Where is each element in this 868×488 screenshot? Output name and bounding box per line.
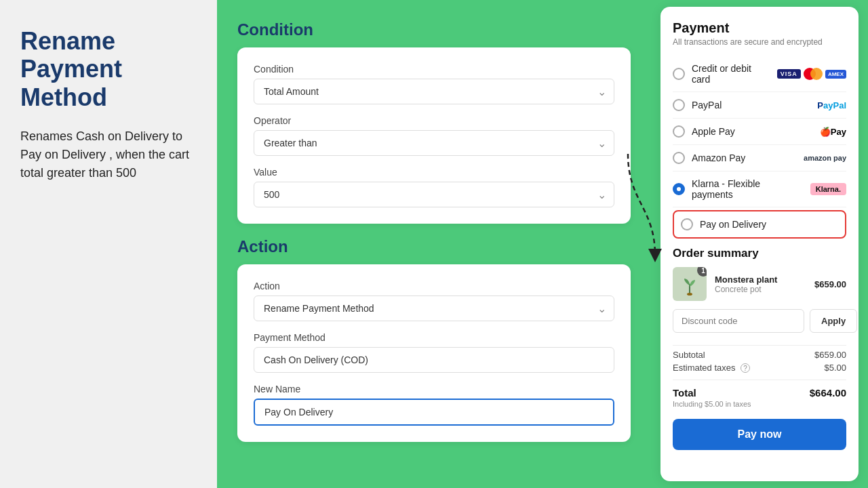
apple-pay-icon: 🍎Pay — [820, 127, 846, 137]
pod-label: Pay on Delivery — [700, 219, 838, 230]
product-name: Monstera plant — [715, 274, 806, 285]
payment-subtitle: All transactions are secure and encrypte… — [673, 37, 846, 47]
radio-credit — [673, 68, 685, 80]
dashed-arrow — [621, 147, 662, 269]
apple-pay-logo: 🍎Pay — [820, 127, 846, 137]
payment-method-field-group: Payment Method — [254, 332, 614, 373]
payment-method-input[interactable] — [254, 347, 614, 373]
page-heading: Rename Payment Method — [20, 27, 197, 111]
middle-inner: Condition Condition Total Amount Operato… — [237, 20, 631, 468]
paypal-logo: PayPal — [817, 100, 846, 110]
svg-point-1 — [687, 293, 692, 296]
payment-title: Payment — [673, 20, 846, 36]
condition-select[interactable]: Total Amount — [254, 79, 614, 104]
credit-logos: VISA AMEX — [777, 68, 846, 80]
taxes-line: Estimated taxes ? $5.00 — [673, 363, 846, 373]
new-name-input[interactable] — [254, 399, 614, 426]
subtotal-value: $659.00 — [814, 350, 846, 360]
action-title: Action — [237, 237, 631, 256]
value-select[interactable]: 500 — [254, 182, 614, 207]
action-select-wrapper: Rename Payment Method — [254, 296, 614, 321]
plant-icon — [677, 272, 702, 296]
visa-icon: VISA — [777, 69, 801, 79]
condition-section: Condition Condition Total Amount Operato… — [237, 20, 631, 224]
tax-note: Including $5.00 in taxes — [673, 400, 846, 408]
payment-option-paypal[interactable]: PayPal PayPal — [673, 92, 846, 119]
condition-field-group: Condition Total Amount — [254, 64, 614, 104]
total-label: Total — [673, 387, 696, 399]
payment-option-pod[interactable]: Pay on Delivery — [673, 210, 846, 239]
apple-label: Apple Pay — [692, 126, 813, 137]
operator-field-group: Operator Greater than — [254, 115, 614, 156]
new-name-field-group: New Name — [254, 384, 614, 426]
left-panel: Rename Payment Method Renames Cash on De… — [0, 0, 217, 488]
discount-input[interactable] — [673, 309, 804, 333]
action-card: Action Rename Payment Method Payment Met… — [237, 264, 631, 442]
condition-title: Condition — [237, 20, 631, 39]
radio-klarna — [673, 183, 685, 195]
operator-select[interactable]: Greater than — [254, 130, 614, 156]
payment-option-credit[interactable]: Credit or debit card VISA AMEX — [673, 56, 846, 92]
radio-paypal — [673, 99, 685, 111]
value-field-group: Value 500 — [254, 167, 614, 207]
action-label: Action — [254, 281, 614, 291]
payment-option-amazon[interactable]: Amazon Pay amazon pay — [673, 145, 846, 171]
middle-panel: Condition Condition Total Amount Operato… — [217, 0, 651, 488]
condition-select-wrapper: Total Amount — [254, 79, 614, 104]
total-value: $664.00 — [810, 387, 846, 399]
action-select[interactable]: Rename Payment Method — [254, 296, 614, 321]
action-section: Action Action Rename Payment Method Paym… — [237, 237, 631, 442]
subtotal-line: Subtotal $659.00 — [673, 350, 846, 360]
taxes-label: Estimated taxes ? — [673, 363, 750, 373]
klarna-label: Klarna - Flexible payments — [692, 178, 804, 200]
taxes-info-icon: ? — [741, 363, 750, 373]
condition-card: Condition Total Amount Operator Greater … — [237, 47, 631, 224]
product-image: 1 — [673, 267, 707, 301]
klarna-logo: Klarna. — [810, 183, 846, 195]
operator-label: Operator — [254, 115, 614, 126]
payment-option-klarna[interactable]: Klarna - Flexible payments Klarna. — [673, 171, 846, 207]
payment-option-apple[interactable]: Apple Pay 🍎Pay — [673, 119, 846, 145]
total-line: Total $664.00 — [673, 387, 846, 399]
product-info: Monstera plant Concrete pot — [715, 274, 806, 294]
product-row: 1 Monstera plant Concrete pot $659.00 — [673, 267, 846, 301]
condition-label: Condition — [254, 64, 614, 75]
amazon-pay-logo: amazon pay — [804, 154, 846, 162]
apply-button[interactable]: Apply — [810, 309, 857, 333]
taxes-value: $5.00 — [824, 363, 846, 373]
paypal-logo-icon: PayPal — [817, 100, 846, 110]
value-label: Value — [254, 167, 614, 178]
amex-icon: AMEX — [825, 70, 846, 79]
value-select-wrapper: 500 — [254, 182, 614, 207]
radio-apple — [673, 125, 685, 138]
credit-label: Credit or debit card — [692, 63, 770, 85]
amazon-pay-icon: amazon pay — [804, 154, 846, 162]
paypal-label: PayPal — [692, 100, 810, 110]
mastercard-icon — [804, 68, 823, 80]
divider-1 — [673, 345, 846, 346]
radio-pod — [681, 218, 693, 230]
page-description: Renames Cash on Delivery to Pay on Deliv… — [20, 127, 197, 182]
amazon-label: Amazon Pay — [692, 152, 797, 163]
payment-method-label: Payment Method — [254, 332, 614, 343]
pay-now-button[interactable]: Pay now — [673, 419, 846, 450]
action-field-group: Action Rename Payment Method — [254, 281, 614, 321]
product-sub: Concrete pot — [715, 285, 806, 294]
payment-card: Payment All transactions are secure and … — [660, 7, 859, 481]
operator-select-wrapper: Greater than — [254, 130, 614, 156]
klarna-logo-icon: Klarna. — [810, 183, 846, 195]
new-name-label: New Name — [254, 384, 614, 394]
right-panel: Payment All transactions are secure and … — [651, 0, 868, 488]
subtotal-label: Subtotal — [673, 350, 705, 360]
order-summary-title: Order summary — [673, 247, 846, 260]
product-price: $659.00 — [814, 279, 846, 289]
discount-row: Apply — [673, 309, 846, 333]
divider-2 — [673, 380, 846, 380]
radio-amazon — [673, 152, 685, 164]
